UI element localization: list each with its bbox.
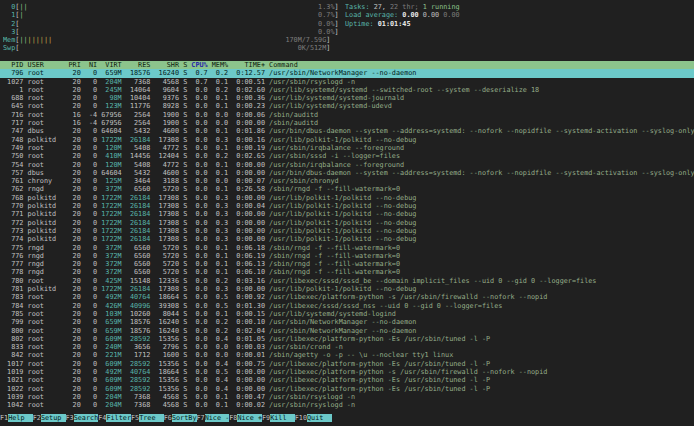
cpu-meter-2: 2[ 0.0%]	[3, 20, 403, 28]
process-table: PID USER PRI NI VIRT RES SHR S CPU% MEM%…	[0, 61, 694, 409]
fkey-f10[interactable]: F10Quit	[295, 414, 332, 422]
htop-terminal: 0[|| 1.3%] 1[| 0.7%] 2[	[0, 0, 694, 426]
fkey-f2[interactable]: F2Setup	[33, 414, 66, 422]
tasks-summary: Tasks: 27, 22 thr; 1 running	[345, 3, 460, 11]
process-row[interactable]: 1017 root 20 0 609M 28592 15356 S 0.0 0.…	[0, 360, 694, 368]
process-row[interactable]: 1021 root 20 0 609M 28592 15356 S 0.0 0.…	[0, 376, 694, 384]
fkey-f7[interactable]: F7Nice -	[197, 414, 230, 422]
process-row[interactable]: 842 root 20 0 221M 1712 1600 S 0.0 0.0 0…	[0, 351, 694, 359]
uptime: Uptime: 01:01:45	[345, 20, 460, 28]
function-key-bar: F1Help F2Setup F3SearchF4FilterF5Tree F6…	[0, 414, 694, 422]
process-row[interactable]: 777 rngd 20 0 372M 6560 5720 S 0.0 0.1 0…	[0, 260, 694, 268]
fkey-f9[interactable]: F9Kill	[262, 414, 295, 422]
process-row[interactable]: 778 rngd 20 0 372M 6560 5720 S 0.0 0.1 0…	[0, 268, 694, 276]
process-row[interactable]: 748 polkitd 20 0 1722M 26184 17308 S 0.0…	[0, 136, 694, 144]
process-row[interactable]: 747 dbus 20 0 64604 5432 4600 S 0.0 0.1 …	[0, 127, 694, 135]
process-row[interactable]: 774 polkitd 20 0 1722M 26184 17308 S 0.0…	[0, 235, 694, 243]
process-row[interactable]: 1042 root 20 0 204M 7368 4568 S 0.0 0.1 …	[0, 401, 694, 409]
process-row[interactable]: 1039 root 20 0 204M 7368 4568 S 0.0 0.1 …	[0, 393, 694, 401]
process-row[interactable]: 781 polkitd 20 0 1722M 26184 17308 S 0.0…	[0, 285, 694, 293]
process-row[interactable]: 1022 root 20 0 609M 28592 15356 S 0.0 0.…	[0, 385, 694, 393]
fkey-f5[interactable]: F5Tree	[131, 414, 164, 422]
process-row[interactable]: 771 polkitd 20 0 1722M 26184 17308 S 0.0…	[0, 210, 694, 218]
process-row[interactable]: 784 root 20 0 426M 40996 39308 S 0.0 0.5…	[0, 302, 694, 310]
process-row[interactable]: 761 chrony 20 0 125M 3464 3188 S 0.0 0.0…	[0, 177, 694, 185]
system-summary: Tasks: 27, 22 thr; 1 runningLoad average…	[345, 3, 460, 28]
process-row[interactable]: 717 root 16 -4 67956 2564 1900 S 0.0 0.0…	[0, 119, 694, 127]
process-row[interactable]: 802 root 20 0 609M 28592 15356 S 0.0 0.4…	[0, 335, 694, 343]
process-row[interactable]: 800 root 20 0 659M 18576 16240 S 0.0 0.2…	[0, 327, 694, 335]
process-table-header[interactable]: PID USER PRI NI VIRT RES SHR S CPU% MEM%…	[0, 61, 694, 69]
process-row[interactable]: 775 rngd 20 0 372M 6560 5720 S 0.0 0.1 0…	[0, 244, 694, 252]
swap-meter: Swp[ 0K/512M]	[3, 44, 403, 52]
process-row[interactable]: 776 rngd 20 0 372M 6560 5720 S 0.0 0.1 0…	[0, 252, 694, 260]
fkey-f8[interactable]: F8Nice +	[229, 414, 262, 422]
cpu-meter-1: 1[| 0.7%]	[3, 11, 403, 19]
fkey-f6[interactable]: F6SortBy	[164, 414, 197, 422]
process-row[interactable]: 750 root 20 0 410M 14456 12404 S 0.0 0.2…	[0, 152, 694, 160]
process-row[interactable]: 785 root 20 0 103M 10260 8044 S 0.0 0.1 …	[0, 310, 694, 318]
system-meters: 0[|| 1.3%] 1[| 0.7%] 2[	[3, 3, 403, 53]
process-row[interactable]: 780 root 20 0 425M 15148 12336 S 0.0 0.2…	[0, 277, 694, 285]
cpu-meter-0: 0[|| 1.3%]	[3, 3, 403, 11]
process-row[interactable]: 768 polkitd 20 0 1722M 26184 17308 S 0.0…	[0, 194, 694, 202]
process-row[interactable]: 1027 root 20 0 204M 7368 4568 S 0.7 0.1 …	[0, 78, 694, 86]
process-row[interactable]: 770 polkitd 20 0 1722M 26184 17308 S 0.0…	[0, 202, 694, 210]
process-row[interactable]: 799 root 20 0 659M 18576 16240 S 0.0 0.2…	[0, 318, 694, 326]
memory-meter: Mem[|||||||| 170M/7.59G]	[3, 36, 403, 44]
process-row[interactable]: 754 root 20 0 120M 5408 4772 S 0.0 0.1 0…	[0, 161, 694, 169]
fkey-f1[interactable]: F1Help	[0, 414, 33, 422]
cpu-meter-3: 3[ 0.0%]	[3, 28, 403, 36]
process-row[interactable]: 833 root 20 0 240M 3656 2796 S 0.0 0.0 0…	[0, 343, 694, 351]
process-row[interactable]: 688 root 20 0 98M 10404 9376 S 0.0 0.1 0…	[0, 94, 694, 102]
load-average: Load average: 0.00 0.00 0.00	[345, 11, 460, 19]
process-row[interactable]: 773 polkitd 20 0 1722M 26184 17308 S 0.0…	[0, 227, 694, 235]
process-row[interactable]: 645 root 20 0 123M 11776 8928 S 0.0 0.1 …	[0, 102, 694, 110]
process-row[interactable]: 749 root 20 0 120M 5408 4772 S 0.0 0.1 0…	[0, 144, 694, 152]
process-row[interactable]: 1 root 20 0 245M 14064 9604 S 0.0 0.2 0:…	[0, 86, 694, 94]
fkey-f4[interactable]: F4Filter	[98, 414, 131, 422]
process-row[interactable]: 796 root 20 0 659M 18576 16240 S 0.7 0.2…	[0, 69, 694, 77]
fkey-f3[interactable]: F3Search	[66, 414, 99, 422]
process-row[interactable]: 757 dbus 20 0 64604 5432 4600 S 0.0 0.1 …	[0, 169, 694, 177]
process-row[interactable]: 762 rngd 20 0 372M 6560 5720 S 0.0 0.1 0…	[0, 185, 694, 193]
process-row[interactable]: 772 polkitd 20 0 1722M 26184 17308 S 0.0…	[0, 219, 694, 227]
process-row[interactable]: 1019 root 20 0 492M 40764 18664 S 0.0 0.…	[0, 368, 694, 376]
process-row[interactable]: 716 root 16 -4 67956 2564 1900 S 0.0 0.0…	[0, 111, 694, 119]
process-row[interactable]: 783 root 20 0 492M 40764 18664 S 0.0 0.5…	[0, 293, 694, 301]
